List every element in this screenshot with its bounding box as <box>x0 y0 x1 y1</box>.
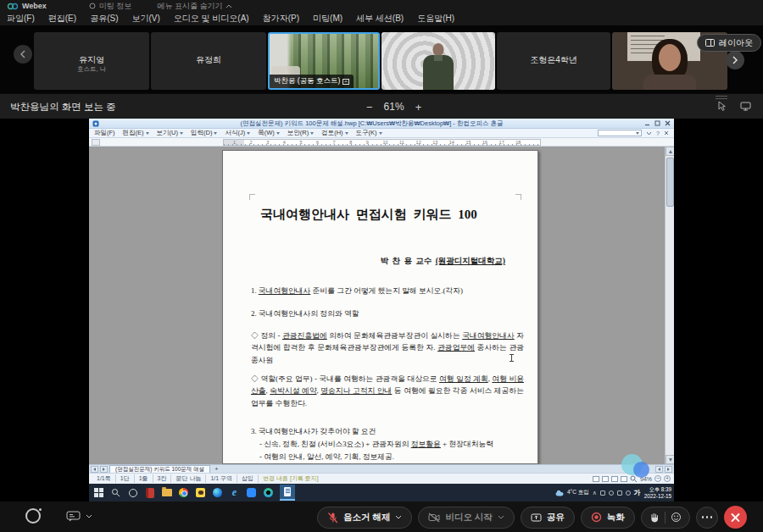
leave-meeting-button[interactable] <box>724 506 747 529</box>
active-app-hwp[interactable] <box>280 485 295 501</box>
doc-paragraph-3: 3. 국내여행안내사가 갖추어야 할 요건 <box>251 425 524 437</box>
tabbar-left-arrow[interactable] <box>655 466 663 473</box>
file-explorer-icon[interactable] <box>161 487 172 498</box>
chevron-down-icon[interactable] <box>498 515 504 519</box>
filmstrip-prev-button[interactable] <box>14 45 32 64</box>
help-icon[interactable]: ? <box>656 130 660 136</box>
zoom-magnifier-icon[interactable] <box>630 475 638 483</box>
tray-expand-icon[interactable]: ∧ <box>593 490 597 496</box>
document-tab[interactable]: (면접실전문제) 키워드 100문제 해설 <box>109 465 210 473</box>
menu-breakout[interactable]: 세부 세션(B) <box>356 13 404 25</box>
menu-audio-video[interactable]: 오디오 및 비디오(A) <box>174 13 249 25</box>
doc-zoom-out-button[interactable]: − <box>654 475 661 482</box>
doc-zoom-in-button[interactable]: + <box>664 475 671 482</box>
record-button[interactable]: 녹화 <box>581 507 635 529</box>
participant-tile[interactable]: 조형은4학년 <box>497 32 610 90</box>
zoom-in-button[interactable]: + <box>415 101 422 114</box>
internet-explorer-icon[interactable]: e <box>229 487 240 498</box>
fullscreen-monitor-icon[interactable] <box>740 102 751 111</box>
tray-monitor-icon[interactable] <box>600 490 605 496</box>
doc-paragraph-role: ◇ 역할(주요 업무) - 국내를 여행하는 관광객을 대상으로 여행 일정 계… <box>251 373 524 409</box>
view-mode-icon[interactable] <box>593 476 599 482</box>
status-paragraph: 문단 나눔 <box>171 474 206 483</box>
hwp-window: (면접실전문제) 키워드 100문제 해설.hwp [C:₩Users₩박찬용₩… <box>89 119 674 484</box>
scroll-down-button[interactable] <box>666 455 674 464</box>
participant-tile[interactable]: 유지영 호스트, 나 <box>34 32 149 90</box>
kakaotalk-icon[interactable] <box>195 487 206 498</box>
menu-meeting[interactable]: 미팅(M) <box>313 13 343 25</box>
hwp-menu-view[interactable]: 보기(U) <box>157 129 183 137</box>
hwp-menu-input[interactable]: 입력(D) <box>191 129 217 137</box>
vertical-scrollbar[interactable] <box>665 147 674 464</box>
participant-tile[interactable] <box>382 32 495 90</box>
start-button[interactable] <box>93 487 104 498</box>
messenger-app-icon[interactable] <box>246 487 257 498</box>
layout-button[interactable]: 레이아웃 <box>697 34 761 52</box>
view-mode-icon[interactable] <box>611 476 618 482</box>
hwp-menu-format[interactable]: 서식(J) <box>225 129 250 137</box>
ribbon-collapse-icon[interactable] <box>646 131 652 136</box>
participant-video <box>433 43 444 56</box>
tab-scroll-right[interactable] <box>100 466 108 473</box>
tray-network-icon[interactable] <box>617 490 622 496</box>
close-icon[interactable] <box>665 120 671 126</box>
hide-menubar-button[interactable]: 메뉴 표시줄 숨기기 <box>157 1 232 12</box>
document-page[interactable]: 국내여행안내사 면접시험 키워드 100 박 찬 용 교수 (원광디지털대학교)… <box>222 150 538 464</box>
document-close-icon[interactable] <box>664 130 669 136</box>
hwp-titlebar[interactable]: (면접실전문제) 키워드 100문제 해설.hwp [C:₩Users₩박찬용₩… <box>89 119 674 129</box>
hwp-menu-file[interactable]: 파일(F) <box>94 129 115 137</box>
menu-share[interactable]: 공유(S) <box>90 13 118 25</box>
tray-volume-icon[interactable] <box>626 490 631 496</box>
hwp-menu-review[interactable]: 검토(H) <box>321 129 348 137</box>
cortana-icon[interactable] <box>127 487 138 498</box>
tabbar-right-arrow[interactable] <box>665 466 672 473</box>
hwp-menu-page[interactable]: 쪽(W) <box>258 129 280 137</box>
menu-view[interactable]: 보기(V) <box>131 13 159 25</box>
tray-bluetooth-icon[interactable] <box>609 490 614 496</box>
ruler-corner-button[interactable] <box>92 139 100 146</box>
unmute-button[interactable]: 음소거 해제 <box>317 507 412 529</box>
status-track-changes[interactable]: 변경 내용 [기록 중지] <box>259 474 323 483</box>
taskbar-clock[interactable]: 오후 8:39 2022-12-15 <box>644 486 671 499</box>
new-tab-button[interactable]: + <box>212 465 221 473</box>
minimize-icon[interactable] <box>644 120 650 126</box>
closed-captions-icon[interactable] <box>66 511 81 522</box>
tab-scroll-left[interactable] <box>91 466 98 473</box>
maximize-icon[interactable] <box>654 120 660 126</box>
menu-participants[interactable]: 참가자(P) <box>263 13 299 25</box>
hwp-menu-security[interactable]: 보안(R) <box>287 129 314 137</box>
webex-assistant-icon[interactable] <box>25 508 41 524</box>
participant-tile[interactable]: 유정희 <box>151 32 266 90</box>
chevron-down-icon[interactable] <box>395 515 402 519</box>
doc-paragraph-3b: - 여행의 안내, 알선, 예약, 기획, 정보제공. <box>259 451 524 463</box>
reactions-button[interactable] <box>641 507 690 529</box>
taskbar-search-icon[interactable] <box>110 487 121 498</box>
start-video-button[interactable]: 비디오 시작 <box>418 507 514 529</box>
share-button[interactable]: 공유 <box>521 507 575 529</box>
hwp-document-area[interactable]: 국내여행안내사 면접시험 키워드 100 박 찬 용 교수 (원광디지털대학교)… <box>89 147 674 464</box>
weather-text[interactable]: 4°C 흐림 <box>567 489 589 496</box>
more-options-button[interactable] <box>696 507 718 529</box>
meeting-info-button[interactable]: 미팅 정보 <box>89 1 132 12</box>
chevron-left-icon <box>19 50 26 58</box>
menu-edit[interactable]: 편집(E) <box>48 13 76 25</box>
hwp-menu-edit[interactable]: 편집(E) <box>123 129 149 137</box>
zoom-out-button[interactable]: − <box>366 101 373 114</box>
view-mode-icon[interactable] <box>602 476 609 482</box>
hwp-menu-tools[interactable]: 도구(K) <box>356 129 382 137</box>
menu-help[interactable]: 도움말(H) <box>417 13 454 25</box>
edge-icon[interactable] <box>212 487 223 498</box>
filmstrip-next-button[interactable] <box>726 51 744 69</box>
menu-file[interactable]: 파일(F) <box>7 13 35 25</box>
captions-chevron-icon[interactable] <box>86 514 92 518</box>
hwp-quick-search-input[interactable] <box>598 130 642 136</box>
chrome-icon[interactable] <box>178 487 189 498</box>
scroll-up-button[interactable] <box>666 147 674 156</box>
scrollbar-thumb[interactable] <box>666 158 674 207</box>
remote-control-pointer-icon[interactable] <box>717 101 727 112</box>
webex-taskbar-icon[interactable] <box>263 487 274 498</box>
view-mode-icon[interactable] <box>621 476 627 482</box>
participant-tile-active-speaker[interactable]: 박찬용 (공동 호스트) <box>268 32 380 90</box>
hwp-app-taskbar-icon[interactable] <box>144 487 155 498</box>
ime-language-indicator[interactable]: 가 <box>634 488 641 497</box>
